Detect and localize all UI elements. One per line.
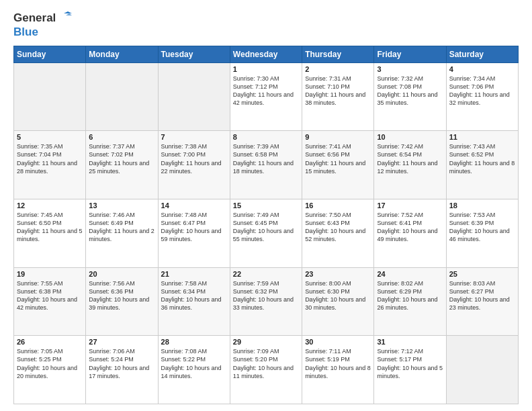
day-number: 5 <box>17 133 83 141</box>
day-info: Sunrise: 7:06 AM Sunset: 5:24 PM Dayligh… <box>89 347 154 380</box>
day-number: 28 <box>161 338 227 346</box>
calendar-week-row: 5Sunrise: 7:35 AM Sunset: 7:04 PM Daylig… <box>14 131 519 199</box>
day-number: 11 <box>449 133 515 141</box>
day-number: 7 <box>161 133 227 141</box>
day-info: Sunrise: 7:56 AM Sunset: 6:36 PM Dayligh… <box>89 279 154 312</box>
day-info: Sunrise: 7:42 AM Sunset: 6:54 PM Dayligh… <box>377 142 443 175</box>
day-of-week-header: Sunday <box>14 46 86 62</box>
day-number: 29 <box>233 338 299 346</box>
day-number: 18 <box>449 201 515 210</box>
calendar-day-cell: 19Sunrise: 7:55 AM Sunset: 6:38 PM Dayli… <box>14 267 86 336</box>
day-info: Sunrise: 8:02 AM Sunset: 6:29 PM Dayligh… <box>377 279 443 312</box>
day-number: 26 <box>17 338 83 346</box>
calendar-day-cell: 13Sunrise: 7:46 AM Sunset: 6:49 PM Dayli… <box>86 199 158 267</box>
page-header: General Blue <box>13 11 519 39</box>
day-number: 20 <box>89 270 154 278</box>
day-of-week-header: Wednesday <box>230 46 302 62</box>
calendar-header-row: SundayMondayTuesdayWednesdayThursdayFrid… <box>14 46 519 62</box>
day-info: Sunrise: 7:45 AM Sunset: 6:50 PM Dayligh… <box>17 211 83 244</box>
day-of-week-header: Thursday <box>302 46 374 62</box>
day-number: 17 <box>377 201 443 210</box>
calendar-day-cell: 22Sunrise: 7:59 AM Sunset: 6:32 PM Dayli… <box>230 267 302 336</box>
day-number: 24 <box>377 270 443 278</box>
day-number: 8 <box>233 133 299 141</box>
day-info: Sunrise: 7:35 AM Sunset: 7:04 PM Dayligh… <box>17 142 83 175</box>
day-number: 23 <box>305 270 371 278</box>
calendar-day-cell: 7Sunrise: 7:38 AM Sunset: 7:00 PM Daylig… <box>158 131 230 199</box>
day-info: Sunrise: 7:53 AM Sunset: 6:39 PM Dayligh… <box>449 211 515 244</box>
day-number: 6 <box>89 133 154 141</box>
calendar-day-cell: 4Sunrise: 7:34 AM Sunset: 7:06 PM Daylig… <box>446 62 518 131</box>
calendar-day-cell: 11Sunrise: 7:43 AM Sunset: 6:52 PM Dayli… <box>446 131 518 199</box>
calendar-day-cell: 1Sunrise: 7:30 AM Sunset: 7:12 PM Daylig… <box>230 62 302 131</box>
calendar-day-cell: 6Sunrise: 7:37 AM Sunset: 7:02 PM Daylig… <box>86 131 158 199</box>
day-info: Sunrise: 7:39 AM Sunset: 6:58 PM Dayligh… <box>233 142 299 175</box>
day-info: Sunrise: 7:37 AM Sunset: 7:02 PM Dayligh… <box>89 142 154 175</box>
calendar-day-cell: 3Sunrise: 7:32 AM Sunset: 7:08 PM Daylig… <box>374 62 446 131</box>
logo-blue: Blue <box>13 26 38 39</box>
calendar-day-cell: 27Sunrise: 7:06 AM Sunset: 5:24 PM Dayli… <box>86 336 158 404</box>
calendar-day-cell: 5Sunrise: 7:35 AM Sunset: 7:04 PM Daylig… <box>14 131 86 199</box>
calendar-day-cell: 21Sunrise: 7:58 AM Sunset: 6:34 PM Dayli… <box>158 267 230 336</box>
day-info: Sunrise: 7:09 AM Sunset: 5:20 PM Dayligh… <box>233 347 299 380</box>
day-info: Sunrise: 7:59 AM Sunset: 6:32 PM Dayligh… <box>233 279 299 312</box>
day-number: 4 <box>449 65 515 73</box>
calendar-week-row: 26Sunrise: 7:05 AM Sunset: 5:25 PM Dayli… <box>14 336 519 404</box>
calendar-day-cell: 25Sunrise: 8:03 AM Sunset: 6:27 PM Dayli… <box>446 267 518 336</box>
day-info: Sunrise: 7:43 AM Sunset: 6:52 PM Dayligh… <box>449 142 515 175</box>
day-number: 14 <box>161 201 227 210</box>
calendar-day-cell: 30Sunrise: 7:11 AM Sunset: 5:19 PM Dayli… <box>302 336 374 404</box>
logo-bird-icon <box>57 11 72 26</box>
calendar-day-cell: 9Sunrise: 7:41 AM Sunset: 6:56 PM Daylig… <box>302 131 374 199</box>
day-info: Sunrise: 7:32 AM Sunset: 7:08 PM Dayligh… <box>377 75 443 107</box>
day-info: Sunrise: 7:31 AM Sunset: 7:10 PM Dayligh… <box>305 75 371 107</box>
logo: General Blue <box>13 11 72 39</box>
day-number: 3 <box>377 65 443 73</box>
day-number: 15 <box>233 201 299 210</box>
day-info: Sunrise: 7:48 AM Sunset: 6:47 PM Dayligh… <box>161 211 227 244</box>
calendar-week-row: 19Sunrise: 7:55 AM Sunset: 6:38 PM Dayli… <box>14 267 519 336</box>
calendar-day-cell: 28Sunrise: 7:08 AM Sunset: 5:22 PM Dayli… <box>158 336 230 404</box>
calendar-week-row: 1Sunrise: 7:30 AM Sunset: 7:12 PM Daylig… <box>14 62 519 131</box>
calendar-day-cell: 12Sunrise: 7:45 AM Sunset: 6:50 PM Dayli… <box>14 199 86 267</box>
calendar-day-cell: 31Sunrise: 7:12 AM Sunset: 5:17 PM Dayli… <box>374 336 446 404</box>
calendar-day-cell: 17Sunrise: 7:52 AM Sunset: 6:41 PM Dayli… <box>374 199 446 267</box>
svg-marker-0 <box>64 11 72 13</box>
calendar-day-cell: 24Sunrise: 8:02 AM Sunset: 6:29 PM Dayli… <box>374 267 446 336</box>
day-info: Sunrise: 7:55 AM Sunset: 6:38 PM Dayligh… <box>17 279 83 312</box>
day-of-week-header: Friday <box>374 46 446 62</box>
day-info: Sunrise: 7:08 AM Sunset: 5:22 PM Dayligh… <box>161 347 227 380</box>
day-of-week-header: Monday <box>86 46 158 62</box>
day-number: 31 <box>377 338 443 346</box>
calendar-day-cell <box>446 336 518 404</box>
day-number: 27 <box>89 338 154 346</box>
calendar-day-cell: 20Sunrise: 7:56 AM Sunset: 6:36 PM Dayli… <box>86 267 158 336</box>
calendar-day-cell: 15Sunrise: 7:49 AM Sunset: 6:45 PM Dayli… <box>230 199 302 267</box>
day-number: 19 <box>17 270 83 278</box>
logo-general: General <box>13 11 56 25</box>
day-of-week-header: Saturday <box>446 46 518 62</box>
day-number: 25 <box>449 270 515 278</box>
day-info: Sunrise: 7:11 AM Sunset: 5:19 PM Dayligh… <box>305 347 371 380</box>
day-info: Sunrise: 8:00 AM Sunset: 6:30 PM Dayligh… <box>305 279 371 312</box>
day-info: Sunrise: 7:41 AM Sunset: 6:56 PM Dayligh… <box>305 142 371 175</box>
calendar-week-row: 12Sunrise: 7:45 AM Sunset: 6:50 PM Dayli… <box>14 199 519 267</box>
calendar-day-cell <box>14 62 86 131</box>
day-info: Sunrise: 7:38 AM Sunset: 7:00 PM Dayligh… <box>161 142 227 175</box>
calendar-day-cell: 14Sunrise: 7:48 AM Sunset: 6:47 PM Dayli… <box>158 199 230 267</box>
day-number: 30 <box>305 338 371 346</box>
calendar-day-cell <box>158 62 230 131</box>
calendar-table: SundayMondayTuesdayWednesdayThursdayFrid… <box>13 46 519 404</box>
day-number: 16 <box>305 201 371 210</box>
calendar-day-cell: 8Sunrise: 7:39 AM Sunset: 6:58 PM Daylig… <box>230 131 302 199</box>
day-number: 9 <box>305 133 371 141</box>
day-info: Sunrise: 7:46 AM Sunset: 6:49 PM Dayligh… <box>89 211 154 244</box>
calendar-day-cell: 10Sunrise: 7:42 AM Sunset: 6:54 PM Dayli… <box>374 131 446 199</box>
calendar-day-cell: 16Sunrise: 7:50 AM Sunset: 6:43 PM Dayli… <box>302 199 374 267</box>
day-info: Sunrise: 7:30 AM Sunset: 7:12 PM Dayligh… <box>233 75 299 107</box>
svg-marker-1 <box>66 13 72 15</box>
calendar-day-cell: 23Sunrise: 8:00 AM Sunset: 6:30 PM Dayli… <box>302 267 374 336</box>
day-info: Sunrise: 8:03 AM Sunset: 6:27 PM Dayligh… <box>449 279 515 312</box>
day-info: Sunrise: 7:52 AM Sunset: 6:41 PM Dayligh… <box>377 211 443 244</box>
day-info: Sunrise: 7:49 AM Sunset: 6:45 PM Dayligh… <box>233 211 299 244</box>
